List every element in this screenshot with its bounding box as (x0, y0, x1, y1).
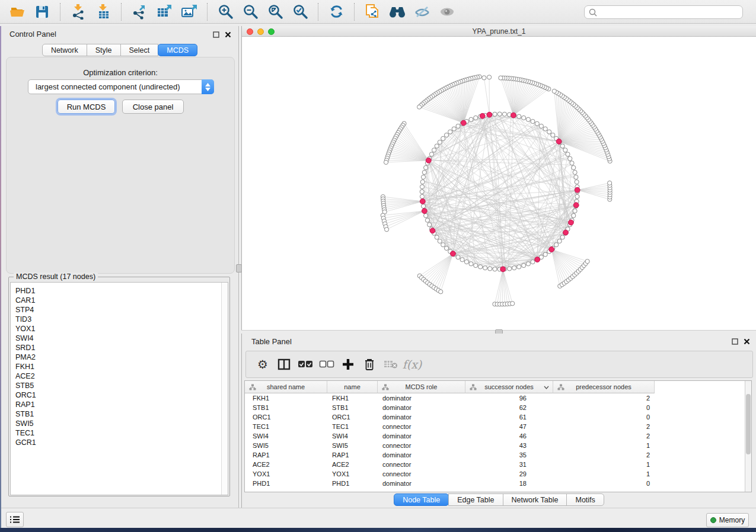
table-scrollbar[interactable] (745, 381, 751, 492)
table-cell[interactable]: dominator (378, 450, 465, 460)
table-cell[interactable]: 43 (465, 441, 553, 450)
network-graph[interactable] (242, 37, 756, 330)
table-cell[interactable]: ORC1 (245, 412, 327, 422)
save-session-button[interactable] (32, 2, 52, 21)
table-cell[interactable]: PHD1 (327, 479, 378, 488)
result-list-item[interactable]: SWI4 (11, 334, 228, 343)
table-cell[interactable]: connector (378, 460, 465, 469)
column-header-predecessor-nodes[interactable]: predecessor nodes (553, 381, 655, 393)
table-cell[interactable]: 18 (465, 479, 553, 488)
table-cell[interactable]: 46 (465, 431, 553, 441)
table-row[interactable]: RAP1RAP1dominator352 (245, 450, 751, 460)
result-list-scrollbar[interactable] (221, 283, 228, 495)
table-row[interactable]: FKH1FKH1dominator962 (245, 393, 751, 403)
table-cell[interactable]: 2 (553, 431, 655, 441)
import-network-button[interactable] (68, 2, 88, 21)
table-cell[interactable]: dominator (378, 479, 465, 488)
table-panel-float-button[interactable] (731, 337, 739, 346)
table-cell[interactable]: dominator (378, 403, 465, 412)
table-cell[interactable]: RAP1 (327, 450, 378, 460)
result-list-item[interactable]: SRD1 (11, 343, 228, 352)
function-builder-button[interactable]: f(x) (401, 354, 423, 375)
export-image-button[interactable] (179, 2, 199, 21)
table-cell[interactable]: 1 (553, 460, 655, 469)
control-panel-float-button[interactable] (212, 30, 221, 39)
table-cell[interactable]: SWI5 (327, 441, 378, 450)
table-row[interactable]: SWI5SWI5connector431 (245, 441, 751, 450)
result-list-item[interactable]: STB5 (11, 381, 228, 390)
table-cell[interactable]: SWI4 (327, 431, 378, 441)
result-list-item[interactable]: PHD1 (11, 286, 228, 296)
show-all-button[interactable] (437, 2, 457, 21)
table-cell[interactable]: YOX1 (245, 469, 327, 479)
network-window-titlebar[interactable]: YPA_prune.txt_1 (242, 26, 756, 37)
table-cell[interactable]: 62 (465, 403, 553, 412)
table-cell[interactable]: connector (378, 441, 465, 450)
network-canvas[interactable] (242, 37, 756, 330)
table-cell[interactable]: 2 (553, 422, 655, 431)
toggle-panels-button[interactable] (273, 354, 295, 375)
table-cell[interactable]: 35 (465, 450, 553, 460)
table-cell[interactable]: FKH1 (245, 393, 327, 403)
table-cell[interactable]: 0 (553, 479, 655, 488)
table-cell[interactable]: connector (378, 469, 465, 479)
zoom-out-button[interactable] (240, 2, 260, 21)
result-list-item[interactable]: SWI5 (11, 419, 228, 428)
control-panel-close-button[interactable] (224, 30, 232, 39)
run-mcds-button[interactable]: Run MCDS (58, 100, 115, 114)
result-list-item[interactable]: RAP1 (11, 400, 228, 409)
table-cell[interactable]: TEC1 (327, 422, 378, 431)
table-tab-edge-table[interactable]: Edge Table (448, 493, 503, 506)
table-cell[interactable]: dominator (378, 431, 465, 441)
import-table-button[interactable] (93, 2, 113, 21)
table-cell[interactable]: 0 (553, 412, 655, 422)
table-cell[interactable]: 1 (553, 441, 655, 450)
table-cell[interactable]: 0 (553, 403, 655, 412)
table-cell[interactable]: RAP1 (245, 450, 327, 460)
table-tab-network-table[interactable]: Network Table (503, 493, 567, 506)
add-column-button[interactable] (337, 354, 359, 375)
mcds-result-list[interactable]: PHD1CAR1STP4TID3YOX1SWI4SRD1PMA2FKH1ACE2… (10, 282, 228, 495)
column-header-shared-name[interactable]: shared name (245, 381, 327, 393)
table-cell[interactable]: 2 (553, 393, 655, 403)
table-row[interactable]: YOX1YOX1connector291 (245, 469, 751, 479)
search-input[interactable] (598, 6, 742, 18)
delete-column-button[interactable] (359, 354, 380, 375)
node-table[interactable]: shared namenameMCDS rolesuccessor nodesp… (244, 380, 752, 492)
table-row[interactable]: ORC1ORC1dominator610 (245, 412, 751, 422)
table-row[interactable]: TEC1TEC1connector472 (245, 422, 751, 431)
automation-panel-button[interactable] (6, 512, 24, 527)
table-tab-node-table[interactable]: Node Table (394, 493, 449, 506)
table-settings-button[interactable]: ⚙ (252, 354, 273, 375)
refresh-view-button[interactable] (326, 2, 346, 21)
table-row[interactable]: STB1STB1dominator620 (245, 403, 751, 412)
search-field[interactable] (584, 5, 743, 19)
table-cell[interactable]: 61 (465, 412, 553, 422)
result-list-item[interactable]: PMA2 (11, 352, 228, 362)
table-cell[interactable]: 47 (465, 422, 553, 431)
tab-style[interactable]: Style (87, 44, 121, 56)
export-network-button[interactable] (129, 2, 149, 21)
table-cell[interactable]: ACE2 (245, 460, 327, 469)
table-cell[interactable]: PHD1 (245, 479, 327, 488)
table-cell[interactable]: STB1 (327, 403, 378, 412)
criterion-dropdown[interactable]: largest connected component (undirected) (28, 79, 214, 94)
column-header-name[interactable]: name (327, 381, 378, 393)
memory-button[interactable]: Memory (706, 513, 749, 527)
result-list-item[interactable]: TID3 (11, 315, 228, 324)
table-cell[interactable]: dominator (378, 412, 465, 422)
table-row[interactable]: SWI4SWI4dominator462 (245, 431, 751, 441)
result-list-item[interactable]: YOX1 (11, 324, 228, 334)
table-cell[interactable]: dominator (378, 393, 465, 403)
result-list-item[interactable]: TEC1 (11, 428, 228, 438)
close-panel-button[interactable]: Close panel (122, 100, 184, 114)
table-scrollbar-thumb[interactable] (746, 394, 751, 454)
find-button[interactable] (387, 2, 407, 21)
table-row[interactable]: ACE2ACE2connector311 (245, 460, 751, 469)
table-cell[interactable]: TEC1 (245, 422, 327, 431)
vertical-splitter-handle[interactable] (236, 264, 242, 273)
hide-selected-button[interactable] (412, 2, 432, 21)
table-cell[interactable]: ORC1 (327, 412, 378, 422)
result-list-item[interactable]: FKH1 (11, 362, 228, 371)
table-cell[interactable]: 2 (553, 450, 655, 460)
